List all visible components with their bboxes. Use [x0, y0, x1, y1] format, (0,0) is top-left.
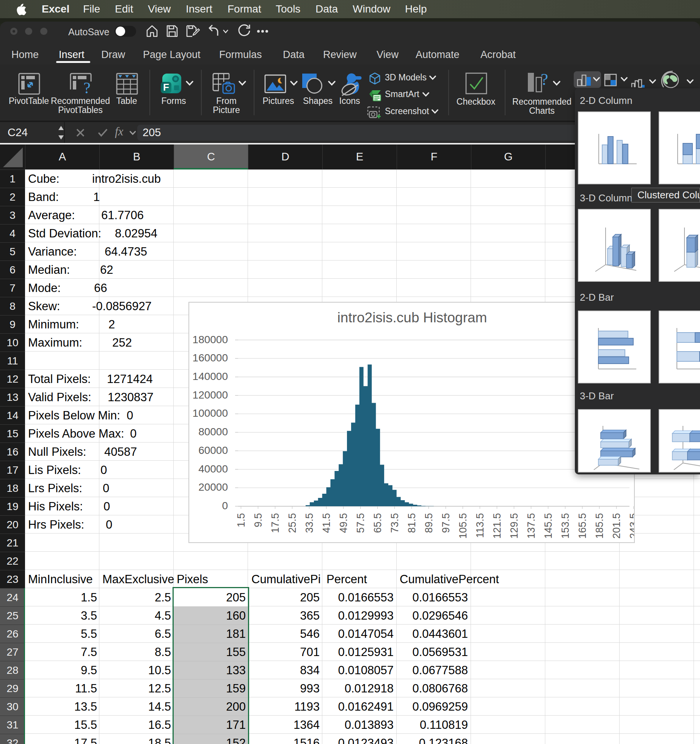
svg-text:0: 0 — [222, 500, 228, 512]
svg-text:153.5: 153.5 — [560, 513, 571, 539]
svg-text:121.5: 121.5 — [491, 513, 503, 539]
svg-text:100000: 100000 — [193, 407, 228, 419]
svg-text:40000: 40000 — [198, 463, 228, 475]
svg-text:129.5: 129.5 — [509, 513, 520, 539]
svg-text:180000: 180000 — [193, 334, 228, 345]
svg-text:20000: 20000 — [198, 481, 228, 493]
svg-text:60000: 60000 — [198, 444, 228, 456]
svg-text:65.5: 65.5 — [372, 513, 383, 533]
svg-text:105.5: 105.5 — [457, 513, 469, 539]
svg-text:89.5: 89.5 — [423, 513, 435, 533]
svg-text:1.5: 1.5 — [235, 513, 247, 527]
svg-text:160000: 160000 — [193, 352, 228, 364]
svg-text:137.5: 137.5 — [526, 513, 537, 539]
svg-text:25.5: 25.5 — [287, 513, 298, 533]
svg-text:97.5: 97.5 — [440, 513, 452, 533]
svg-text:49.5: 49.5 — [338, 513, 349, 533]
svg-text:140000: 140000 — [193, 370, 228, 382]
svg-text:intro2isis.cub Histogram: intro2isis.cub Histogram — [337, 310, 487, 325]
svg-text:F: F — [163, 82, 169, 93]
svg-text:81.5: 81.5 — [406, 513, 417, 533]
svg-text:57.5: 57.5 — [355, 513, 366, 533]
svg-text:?: ? — [83, 79, 91, 95]
svg-text:80000: 80000 — [198, 426, 228, 438]
svg-text:?: ? — [541, 72, 548, 89]
svg-text:73.5: 73.5 — [389, 513, 400, 533]
svg-text:9.5: 9.5 — [253, 513, 264, 527]
svg-text:33.5: 33.5 — [304, 513, 315, 533]
svg-text:243.5: 243.5 — [628, 513, 634, 539]
svg-text:41.5: 41.5 — [321, 513, 332, 533]
svg-text:120000: 120000 — [193, 389, 228, 401]
svg-text:113.5: 113.5 — [474, 513, 486, 538]
svg-text:185.5: 185.5 — [594, 513, 605, 539]
svg-text:145.5: 145.5 — [543, 513, 554, 539]
svg-text:165.5: 165.5 — [577, 513, 588, 539]
svg-text:201.5: 201.5 — [611, 513, 622, 539]
svg-text:17.5: 17.5 — [270, 513, 281, 533]
